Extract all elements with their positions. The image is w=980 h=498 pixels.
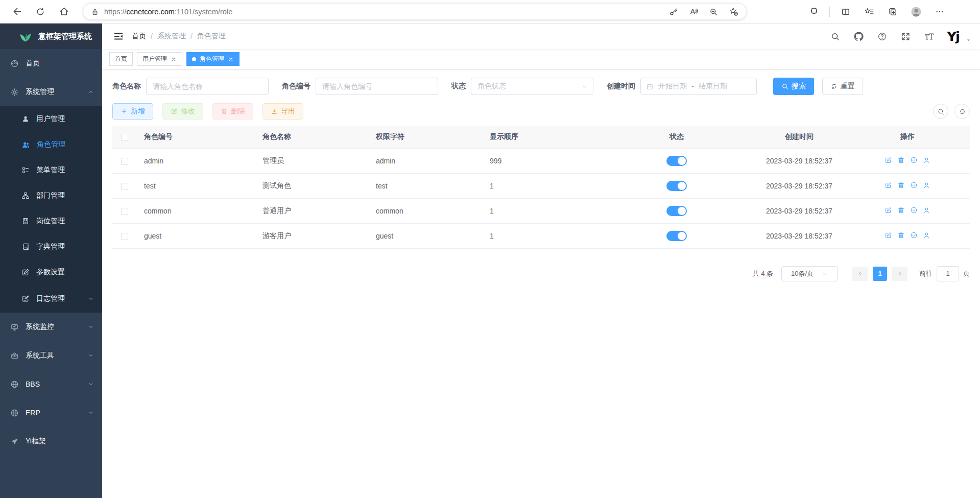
current-page-button[interactable]: 1 xyxy=(873,267,887,281)
app-logo[interactable]: 意框架管理系统 xyxy=(0,23,102,49)
search-button[interactable]: 搜索 xyxy=(773,78,814,95)
user-logo[interactable]: Yj xyxy=(947,29,959,44)
profile-avatar-icon[interactable] xyxy=(906,3,926,21)
reset-button[interactable]: 重置 xyxy=(822,78,863,95)
row-delete-icon[interactable] xyxy=(897,156,905,164)
browser-refresh-button[interactable] xyxy=(31,3,50,21)
row-delete-icon[interactable] xyxy=(897,206,905,214)
row-assign-user-icon[interactable] xyxy=(923,181,930,189)
sidebar-item-post-management[interactable]: 岗位管理 xyxy=(0,208,102,234)
add-button[interactable]: 新增 xyxy=(112,103,153,120)
sidebar-item-system-monitor[interactable]: 系统监控 xyxy=(0,313,102,341)
role-status-select[interactable]: 角色状态 xyxy=(471,78,593,95)
browser-address-bar[interactable]: https://ccnetcore.com:1101/system/role xyxy=(83,3,747,20)
export-button[interactable]: 导出 xyxy=(262,103,303,120)
next-page-button[interactable] xyxy=(892,267,907,281)
collections-icon[interactable] xyxy=(883,3,902,21)
edit-button-label: 修改 xyxy=(181,107,195,116)
row-edit-icon[interactable] xyxy=(885,181,892,189)
sidebar-item-system-management[interactable]: 系统管理 xyxy=(0,78,102,106)
sidebar-item-yi-framework[interactable]: Yi框架 xyxy=(0,427,102,456)
table-row: common 普通用户 common 1 2023-03-29 18:52:37 xyxy=(112,198,970,223)
row-assign-user-icon[interactable] xyxy=(923,231,930,239)
row-data-permission-icon[interactable] xyxy=(910,231,918,239)
tab-user-management[interactable]: 用户管理 xyxy=(137,52,182,66)
log-pen-icon xyxy=(21,295,30,303)
sidebar-item-system-tools[interactable]: 系统工具 xyxy=(0,341,102,370)
sidebar-fold-icon[interactable] xyxy=(109,27,128,45)
sidebar-item-label: 字典管理 xyxy=(36,242,65,251)
delete-button[interactable]: 删除 xyxy=(212,103,253,120)
breadcrumb-home[interactable]: 首页 xyxy=(132,32,146,41)
row-edit-icon[interactable] xyxy=(885,206,892,214)
sidebar-item-label: 系统管理 xyxy=(26,87,54,97)
row-data-permission-icon[interactable] xyxy=(910,206,918,214)
select-all-checkbox[interactable] xyxy=(121,134,128,141)
row-checkbox[interactable] xyxy=(121,183,128,190)
close-tab-icon[interactable] xyxy=(228,56,234,62)
col-actions: 操作 xyxy=(845,126,970,148)
password-key-icon[interactable] xyxy=(666,5,681,19)
refresh-table-button[interactable] xyxy=(954,104,970,119)
user-menu-caret-icon[interactable] xyxy=(965,37,972,43)
goto-page-input[interactable] xyxy=(937,266,959,281)
page-size-select[interactable]: 10条/页 xyxy=(781,266,838,281)
add-favorite-icon[interactable] xyxy=(726,5,741,19)
sidebar-item-dict-management[interactable]: 字典管理 xyxy=(0,234,102,259)
help-icon[interactable] xyxy=(876,31,888,42)
sidebar-item-parameter-settings[interactable]: 参数设置 xyxy=(0,259,102,285)
status-toggle[interactable] xyxy=(666,206,687,216)
row-data-permission-icon[interactable] xyxy=(910,181,918,189)
extensions-icon[interactable] xyxy=(804,3,823,21)
tab-role-management[interactable]: 角色管理 xyxy=(186,52,240,66)
row-assign-user-icon[interactable] xyxy=(923,156,930,164)
row-checkbox[interactable] xyxy=(121,233,128,240)
cell-role-name: 管理员 xyxy=(255,148,369,173)
cell-role-name: 游客用户 xyxy=(255,223,369,248)
browser-menu-icon[interactable] xyxy=(930,3,949,21)
split-screen-icon[interactable] xyxy=(836,3,855,21)
sidebar-item-role-management[interactable]: 角色管理 xyxy=(0,132,102,157)
search-icon[interactable] xyxy=(829,31,841,42)
url-text[interactable]: https://ccnetcore.com:1101/system/role xyxy=(104,8,661,16)
sidebar-item-erp[interactable]: ERP xyxy=(0,398,102,427)
browser-back-button[interactable] xyxy=(7,3,27,21)
font-size-icon[interactable] xyxy=(923,31,935,42)
chevron-down-icon xyxy=(581,83,588,90)
row-edit-icon[interactable] xyxy=(885,156,892,164)
row-edit-icon[interactable] xyxy=(885,231,892,239)
date-range-picker[interactable]: 开始日期 - 结束日期 xyxy=(640,78,757,95)
toggle-search-button[interactable] xyxy=(933,104,948,119)
role-name-input[interactable] xyxy=(146,78,269,95)
bing-chat-icon[interactable] xyxy=(953,3,973,21)
status-toggle[interactable] xyxy=(666,156,687,166)
edit-button[interactable]: 修改 xyxy=(162,103,203,120)
role-code-input[interactable] xyxy=(316,78,438,95)
tab-home[interactable]: 首页 xyxy=(109,52,133,66)
sidebar-item-log-management[interactable]: 日志管理 xyxy=(0,285,102,313)
favorites-bar-icon[interactable] xyxy=(859,3,879,21)
row-data-permission-icon[interactable] xyxy=(910,156,918,164)
row-assign-user-icon[interactable] xyxy=(923,206,930,214)
row-delete-icon[interactable] xyxy=(897,231,905,239)
github-icon[interactable] xyxy=(853,31,864,42)
sidebar-item-menu-management[interactable]: 菜单管理 xyxy=(0,157,102,183)
row-checkbox[interactable] xyxy=(121,208,128,215)
read-aloud-icon[interactable] xyxy=(686,5,701,19)
browser-home-button[interactable] xyxy=(54,3,74,21)
row-delete-icon[interactable] xyxy=(897,181,905,189)
prev-page-button[interactable] xyxy=(852,267,868,281)
fullscreen-icon[interactable] xyxy=(900,31,911,42)
sidebar-item-user-management[interactable]: 用户管理 xyxy=(0,106,102,132)
cell-role-code: admin xyxy=(137,148,255,173)
edit-square-icon xyxy=(21,268,30,276)
zoom-out-icon[interactable] xyxy=(706,5,721,19)
sidebar-item-department-management[interactable]: 部门管理 xyxy=(0,183,102,208)
site-lock-icon[interactable] xyxy=(90,7,100,16)
sidebar-item-home[interactable]: 首页 xyxy=(0,49,102,78)
sidebar-item-bbs[interactable]: BBS xyxy=(0,370,102,398)
close-tab-icon[interactable] xyxy=(171,56,177,62)
row-checkbox[interactable] xyxy=(121,158,128,165)
status-toggle[interactable] xyxy=(666,181,687,191)
status-toggle[interactable] xyxy=(666,231,687,241)
